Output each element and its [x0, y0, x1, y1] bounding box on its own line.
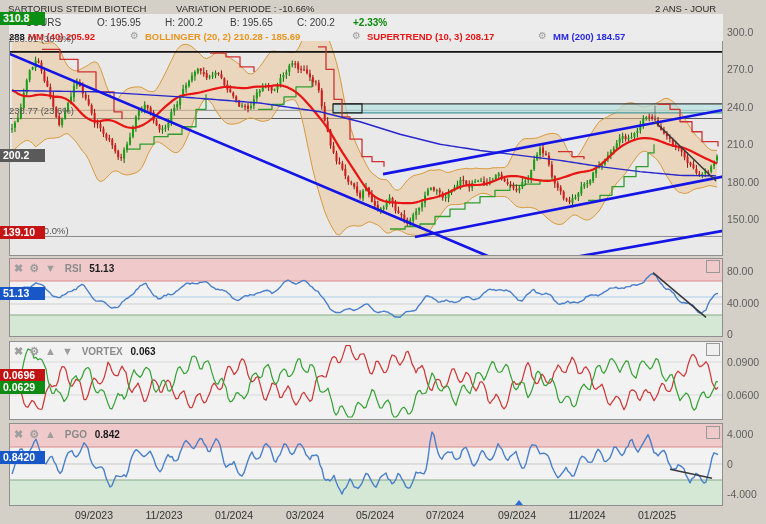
rsi-header: ✖⚙▼ RSI 51.13 [14, 262, 114, 275]
legend-supertrend: SUPERTREND (10, 3) 208.17 [367, 31, 494, 42]
vortex-tick: 0.0600 [727, 389, 759, 401]
fib-236-label: 238.77 (23.6%) [9, 105, 74, 116]
gear-icon[interactable]: ⚙ [538, 30, 547, 41]
vortex-title: VORTEX [82, 346, 123, 357]
arrow-down-icon[interactable]: ▼ [62, 345, 73, 357]
price-tick: 240.0 [727, 101, 753, 113]
chart-canvas[interactable] [0, 0, 766, 524]
low-value: B: 195.65 [230, 17, 273, 28]
rsi-tick: 80.00 [727, 265, 753, 277]
high-value: H: 200.2 [165, 17, 203, 28]
arrow-up-icon[interactable]: ▲ [45, 428, 56, 440]
rsi-title: RSI [65, 263, 82, 274]
vortex-resize-handle[interactable] [706, 343, 720, 356]
time-axis-label: 05/2024 [347, 509, 403, 521]
time-axis-label: 03/2024 [277, 509, 333, 521]
vortex-tick: 0.0900 [727, 356, 759, 368]
rsi-resize-handle[interactable] [706, 260, 720, 273]
price-tick: 180.00 [727, 176, 759, 188]
close-icon[interactable]: ✖ [14, 262, 23, 274]
gear-icon[interactable]: ⚙ [352, 30, 361, 41]
price-badge: 200.2 [0, 149, 45, 162]
pgo-tick: 0 [727, 458, 733, 470]
rsi-badge: 51.13 [0, 287, 45, 300]
time-axis-label: 01/2025 [629, 509, 685, 521]
gear-icon[interactable]: ⚙ [29, 262, 39, 274]
rsi-value: 51.13 [89, 263, 114, 274]
pgo-value: 0.842 [95, 429, 120, 440]
pgo-tick: 4.000 [727, 428, 753, 440]
price-badge: 139.10 [0, 226, 45, 239]
legend-bollinger: BOLLINGER (20, 2) 210.28 - 185.69 [145, 31, 300, 42]
fib-382-label: 296.01 (38.2%) [9, 33, 74, 44]
price-tick: 150.00 [727, 213, 759, 225]
close-value: C: 200.2 [297, 17, 335, 28]
arrow-down-icon[interactable]: ▼ [45, 262, 56, 274]
legend-mm200: MM (200) 184.57 [553, 31, 625, 42]
gear-icon[interactable]: ⚙ [29, 428, 39, 440]
rsi-tick: 40.000 [727, 297, 759, 309]
price-badge: 310.8 [0, 12, 45, 25]
vortex-header: ✖⚙▲▼ VORTEX 0.063 [14, 345, 156, 358]
rsi-tick: 0 [727, 328, 733, 340]
timeframe-label[interactable]: 2 ANS - JOUR [655, 3, 716, 14]
time-axis-label: 11/2023 [136, 509, 192, 521]
variation-period: VARIATION PERIODE : -10.66% [176, 3, 315, 14]
time-axis-label: 11/2024 [559, 509, 615, 521]
price-tick: 270.0 [727, 63, 753, 75]
time-axis-label: 09/2024 [489, 509, 545, 521]
pgo-resize-handle[interactable] [706, 426, 720, 439]
change-percent: +2.33% [353, 17, 387, 28]
trading-app: SARTORIUS STEDIM BIOTECH VARIATION PERIO… [0, 0, 766, 524]
pgo-title: PGO [65, 429, 87, 440]
time-axis-label: 09/2023 [66, 509, 122, 521]
time-axis-label: 01/2024 [206, 509, 262, 521]
open-value: O: 195.95 [97, 17, 141, 28]
arrow-up-icon[interactable]: ▲ [45, 345, 56, 357]
pgo-tick: -4.000 [727, 488, 757, 500]
close-icon[interactable]: ✖ [14, 428, 23, 440]
vortex-value: 0.063 [131, 346, 156, 357]
vortex-badge: 0.0629 [0, 381, 45, 394]
gear-icon[interactable]: ⚙ [29, 345, 39, 357]
pgo-badge: 0.8420 [0, 451, 45, 464]
pgo-header: ✖⚙▲ PGO 0.842 [14, 428, 120, 441]
close-icon[interactable]: ✖ [14, 345, 23, 357]
price-tick: 300.0 [727, 26, 753, 38]
gear-icon[interactable]: ⚙ [130, 30, 139, 41]
time-axis-label: 07/2024 [417, 509, 473, 521]
price-tick: 210.0 [727, 138, 753, 150]
